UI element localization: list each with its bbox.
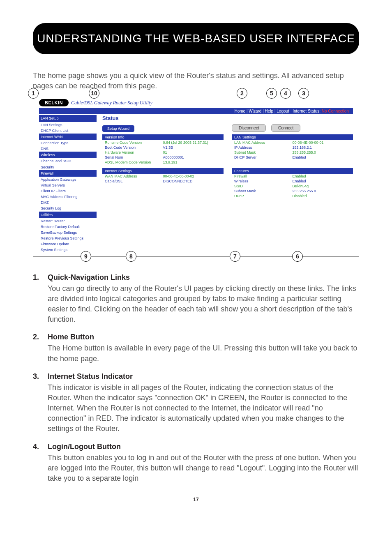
wl-v: Enabled xyxy=(293,179,351,183)
nav-dns[interactable]: DNS xyxy=(39,146,97,152)
top-link-bar: Home | Wizard | Help | Logout Internet S… xyxy=(39,108,353,114)
top-links[interactable]: Home | Wizard | Help | Logout xyxy=(234,109,289,113)
cable-v: DISCONNECTED xyxy=(163,179,221,183)
snm-k: Subnet Mask xyxy=(234,189,293,193)
sidebar-nav: LAN Setup LAN Settings DHCP Client List … xyxy=(39,115,97,253)
status-heading: Status xyxy=(102,115,353,121)
nav-dmz[interactable]: DMZ xyxy=(39,200,97,205)
upnp-v: Disabled xyxy=(293,194,351,198)
ip-k: IP Address xyxy=(234,145,293,150)
nav-virtual-servers[interactable]: Virtual Servers xyxy=(39,182,97,188)
sec4-num: 4. xyxy=(33,442,48,484)
serial-k: Serial Num xyxy=(105,155,163,159)
intro-text: The home page shows you a quick view of … xyxy=(33,71,359,91)
brand-badge: BELKIN xyxy=(39,99,69,106)
fw-k: Firewall xyxy=(234,174,293,178)
nav-lan-settings[interactable]: LAN Settings xyxy=(39,122,97,128)
connect-button[interactable]: Connect xyxy=(271,124,300,132)
lan-settings-head: LAN Settings xyxy=(232,134,353,140)
nav-restore-default[interactable]: Restore Factory Default xyxy=(39,224,97,230)
features-head: Features xyxy=(232,168,353,174)
nav-lan-setup[interactable]: LAN Setup xyxy=(39,115,97,122)
nav-restart[interactable]: Restart Router xyxy=(39,218,97,224)
sec4-head: Login/Logout Button xyxy=(48,442,359,451)
nav-firewall[interactable]: Firewall xyxy=(39,170,97,177)
runtime-v: 0.64 (Jul 29 2003 21:37:31) xyxy=(163,141,221,145)
callout-8: 8 xyxy=(126,251,136,262)
upnp-k: UPnP xyxy=(234,194,293,198)
disconnect-button[interactable]: Disconnect xyxy=(232,124,266,132)
adsl-v: 13.9.191 xyxy=(163,160,221,164)
dhcp-v: Enabled xyxy=(293,155,351,159)
nav-firmware[interactable]: Firmware Update xyxy=(39,241,97,247)
nav-save-backup[interactable]: Save/Backup Settings xyxy=(39,230,97,235)
nav-dhcp-list[interactable]: DHCP Client List xyxy=(39,128,97,134)
nav-channel-ssid[interactable]: Channel and SSID xyxy=(39,158,97,164)
boot-k: Boot Code Version xyxy=(105,145,163,150)
sec1-head: Quick-Navigation Links xyxy=(48,273,359,282)
subnet-v: 255.255.255.0 xyxy=(293,150,351,154)
internet-settings-head: Internet Settings xyxy=(102,168,224,174)
nav-utilities[interactable]: Utilities xyxy=(39,212,97,218)
sec1-num: 1. xyxy=(33,273,48,325)
callout-6: 6 xyxy=(292,251,303,262)
brand-subtitle: Cable/DSL Gateway Router Setup Utility xyxy=(71,100,152,106)
nav-restore-prev[interactable]: Restore Previous Settings xyxy=(39,235,97,241)
ip-v: 192.168.2.1 xyxy=(293,145,351,150)
nav-client-ip-filters[interactable]: Client IP Filters xyxy=(39,188,97,194)
callout-9: 9 xyxy=(81,251,91,262)
wl-k: Wireless xyxy=(234,179,293,183)
sec3-head: Internet Status Indicator xyxy=(48,372,359,381)
nav-wireless[interactable]: Wireless xyxy=(39,152,97,158)
page-title: UNDERSTANDING THE WEB-BASED USER INTERFA… xyxy=(33,23,359,54)
nav-security-log[interactable]: Security Log xyxy=(39,205,97,211)
cable-k: Cable/DSL xyxy=(105,179,163,183)
version-info-head: Version Info xyxy=(102,134,224,140)
serial-v: A000000001 xyxy=(163,155,221,159)
nav-internet-wan[interactable]: Internet WAN xyxy=(39,134,97,140)
sec1-text: You can go directly to any of the Router… xyxy=(48,283,359,325)
lanmac-v: 00-06-4E-00-00-01 xyxy=(293,141,351,145)
subnet-k: Subnet Mask xyxy=(234,150,293,154)
wanmac-v: 00-06-4E-00-00-02 xyxy=(163,174,221,178)
nav-mac-filtering[interactable]: MAC Address Filtering xyxy=(39,194,97,200)
callout-7: 7 xyxy=(230,251,240,262)
internet-status-value: No Connection xyxy=(322,109,349,113)
wanmac-k: WAN MAC Address xyxy=(105,174,163,178)
nav-conn-type[interactable]: Connection Type xyxy=(39,140,97,146)
sec2-head: Home Button xyxy=(48,333,359,341)
boot-v: V1.3B xyxy=(163,145,221,150)
sec2-text: The Home button is available in every pa… xyxy=(48,343,359,364)
page-number: 17 xyxy=(33,497,359,502)
sec3-text: This indicator is visible in all pages o… xyxy=(48,383,359,434)
nav-app-gateways[interactable]: Application Gateways xyxy=(39,177,97,182)
hw-v: 01 xyxy=(163,150,221,154)
nav-security[interactable]: Security xyxy=(39,164,97,170)
screenshot: 1 10 2 5 4 3 9 8 7 6 BELKIN Cable/DSL Ga… xyxy=(33,93,359,256)
dhcp-k: DHCP Server xyxy=(234,155,293,159)
sec2-num: 2. xyxy=(33,333,48,364)
sec4-text: This button enables you to log in and ou… xyxy=(48,453,359,484)
setup-wizard-button[interactable]: Setup Wizard xyxy=(102,125,134,132)
status-label: Internet Status: xyxy=(293,109,321,113)
fw-v: Enabled xyxy=(293,174,351,178)
ssid-k: SSID xyxy=(234,184,293,188)
lanmac-k: LAN MAC Address xyxy=(234,141,293,145)
ssid-v: Belkin54g xyxy=(293,184,351,188)
sec3-num: 3. xyxy=(33,372,48,434)
hw-k: Hardware Version xyxy=(105,150,163,154)
snm-v: 255.255.255.0 xyxy=(293,189,351,193)
runtime-k: Runtime Code Version xyxy=(105,141,163,145)
adsl-k: ADSL Modem Code Version xyxy=(105,160,163,164)
